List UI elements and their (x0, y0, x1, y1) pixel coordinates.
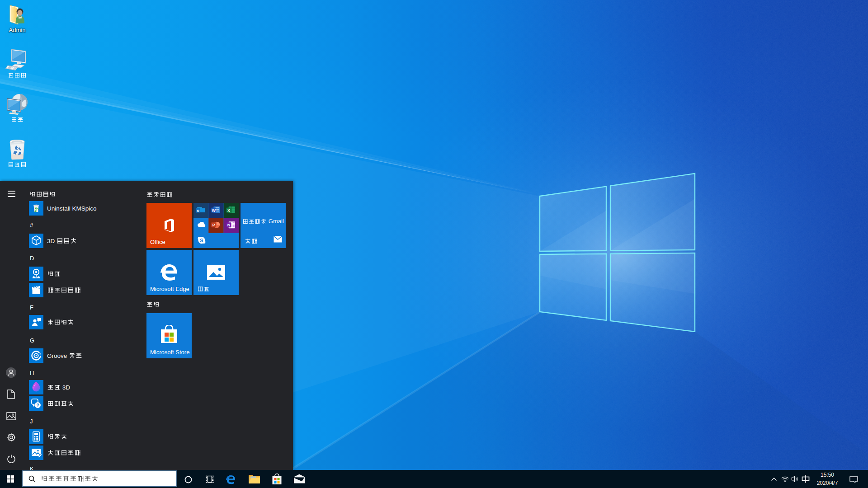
svg-text:P: P (212, 223, 215, 227)
svg-text:S: S (200, 238, 203, 243)
svg-text:o: o (197, 208, 199, 213)
svg-text:W: W (212, 208, 216, 213)
svg-text:X: X (227, 208, 230, 213)
svg-text:N: N (227, 223, 231, 227)
svg-text:?: ? (36, 403, 39, 408)
